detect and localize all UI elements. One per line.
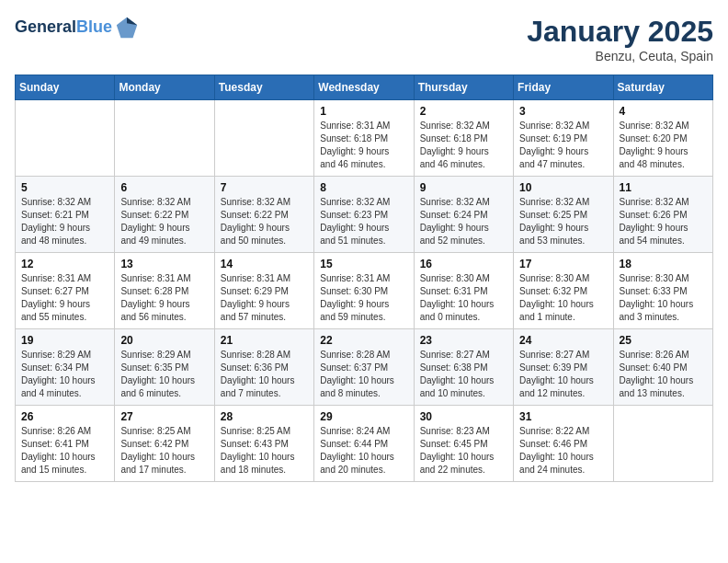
day-info: Sunrise: 8:29 AM Sunset: 6:35 PM Dayligh… [120, 349, 209, 400]
calendar-cell [115, 100, 214, 177]
day-number: 8 [320, 181, 408, 194]
day-info: Sunrise: 8:32 AM Sunset: 6:20 PM Dayligh… [620, 120, 708, 171]
calendar-cell: 19Sunrise: 8:29 AM Sunset: 6:34 PM Dayli… [16, 329, 115, 406]
day-info: Sunrise: 8:26 AM Sunset: 6:40 PM Dayligh… [620, 349, 708, 400]
calendar-cell: 23Sunrise: 8:27 AM Sunset: 6:38 PM Dayli… [414, 329, 513, 406]
week-row-2: 5Sunrise: 8:32 AM Sunset: 6:21 PM Daylig… [16, 177, 713, 253]
calendar-cell: 6Sunrise: 8:32 AM Sunset: 6:22 PM Daylig… [115, 177, 214, 253]
day-info: Sunrise: 8:31 AM Sunset: 6:29 PM Dayligh… [221, 272, 309, 324]
day-info: Sunrise: 8:31 AM Sunset: 6:30 PM Dayligh… [320, 272, 408, 324]
weekday-header-tuesday: Tuesday [214, 75, 313, 100]
calendar-cell: 15Sunrise: 8:31 AM Sunset: 6:30 PM Dayli… [314, 253, 414, 329]
day-number: 6 [120, 181, 209, 194]
calendar-cell: 27Sunrise: 8:25 AM Sunset: 6:42 PM Dayli… [115, 406, 214, 482]
month-title: January 2025 [527, 15, 713, 49]
day-info: Sunrise: 8:22 AM Sunset: 6:46 PM Dayligh… [519, 425, 608, 477]
weekday-header-monday: Monday [115, 75, 214, 100]
day-number: 25 [620, 334, 708, 347]
calendar-cell: 30Sunrise: 8:23 AM Sunset: 6:45 PM Dayli… [414, 406, 513, 482]
day-number: 16 [420, 258, 508, 270]
day-info: Sunrise: 8:32 AM Sunset: 6:22 PM Dayligh… [120, 196, 209, 247]
day-number: 1 [320, 105, 408, 118]
day-info: Sunrise: 8:28 AM Sunset: 6:37 PM Dayligh… [320, 349, 408, 400]
day-info: Sunrise: 8:26 AM Sunset: 6:41 PM Dayligh… [21, 425, 109, 477]
week-row-1: 1Sunrise: 8:31 AM Sunset: 6:18 PM Daylig… [16, 100, 713, 177]
day-number: 26 [21, 410, 109, 423]
title-block: January 2025 Benzu, Ceuta, Spain [527, 15, 713, 63]
page-header: GeneralBlue January 2025 Benzu, Ceuta, S… [15, 15, 713, 63]
calendar-cell: 8Sunrise: 8:32 AM Sunset: 6:23 PM Daylig… [314, 177, 414, 253]
day-number: 30 [420, 410, 508, 423]
calendar-cell: 9Sunrise: 8:32 AM Sunset: 6:24 PM Daylig… [414, 177, 513, 253]
day-info: Sunrise: 8:30 AM Sunset: 6:31 PM Dayligh… [420, 272, 508, 324]
weekday-header-sunday: Sunday [16, 75, 115, 100]
day-number: 27 [120, 410, 209, 423]
day-number: 18 [620, 258, 708, 270]
day-info: Sunrise: 8:31 AM Sunset: 6:18 PM Dayligh… [320, 120, 408, 171]
day-info: Sunrise: 8:28 AM Sunset: 6:36 PM Dayligh… [221, 349, 309, 400]
day-number: 10 [519, 181, 608, 194]
day-number: 12 [21, 258, 109, 270]
day-number: 19 [21, 334, 109, 347]
calendar-cell: 25Sunrise: 8:26 AM Sunset: 6:40 PM Dayli… [613, 329, 712, 406]
weekday-header-row: SundayMondayTuesdayWednesdayThursdayFrid… [16, 75, 713, 100]
calendar-cell: 7Sunrise: 8:32 AM Sunset: 6:22 PM Daylig… [214, 177, 313, 253]
day-info: Sunrise: 8:31 AM Sunset: 6:27 PM Dayligh… [21, 272, 109, 324]
day-info: Sunrise: 8:23 AM Sunset: 6:45 PM Dayligh… [420, 425, 508, 477]
calendar-cell: 22Sunrise: 8:28 AM Sunset: 6:37 PM Dayli… [314, 329, 414, 406]
day-number: 20 [120, 334, 209, 347]
day-number: 2 [420, 105, 508, 118]
day-info: Sunrise: 8:25 AM Sunset: 6:42 PM Dayligh… [120, 425, 209, 477]
week-row-4: 19Sunrise: 8:29 AM Sunset: 6:34 PM Dayli… [16, 329, 713, 406]
calendar-cell: 26Sunrise: 8:26 AM Sunset: 6:41 PM Dayli… [16, 406, 115, 482]
day-info: Sunrise: 8:32 AM Sunset: 6:26 PM Dayligh… [620, 196, 708, 247]
weekday-header-saturday: Saturday [613, 75, 712, 100]
weekday-header-friday: Friday [514, 75, 613, 100]
calendar-cell [613, 406, 712, 482]
day-number: 29 [320, 410, 408, 423]
day-info: Sunrise: 8:24 AM Sunset: 6:44 PM Dayligh… [320, 425, 408, 477]
calendar-cell: 16Sunrise: 8:30 AM Sunset: 6:31 PM Dayli… [414, 253, 513, 329]
calendar-cell: 20Sunrise: 8:29 AM Sunset: 6:35 PM Dayli… [115, 329, 214, 406]
day-number: 17 [519, 258, 608, 270]
day-info: Sunrise: 8:32 AM Sunset: 6:24 PM Dayligh… [420, 196, 508, 247]
calendar-cell: 31Sunrise: 8:22 AM Sunset: 6:46 PM Dayli… [514, 406, 613, 482]
calendar-cell: 29Sunrise: 8:24 AM Sunset: 6:44 PM Dayli… [314, 406, 414, 482]
day-number: 5 [21, 181, 109, 194]
day-info: Sunrise: 8:32 AM Sunset: 6:19 PM Dayligh… [519, 120, 608, 171]
day-number: 7 [221, 181, 309, 194]
day-info: Sunrise: 8:32 AM Sunset: 6:22 PM Dayligh… [221, 196, 309, 247]
day-info: Sunrise: 8:31 AM Sunset: 6:28 PM Dayligh… [120, 272, 209, 324]
calendar-cell: 13Sunrise: 8:31 AM Sunset: 6:28 PM Dayli… [115, 253, 214, 329]
day-info: Sunrise: 8:27 AM Sunset: 6:39 PM Dayligh… [519, 349, 608, 400]
weekday-header-thursday: Thursday [414, 75, 513, 100]
calendar-cell: 3Sunrise: 8:32 AM Sunset: 6:19 PM Daylig… [514, 100, 613, 177]
calendar-cell: 4Sunrise: 8:32 AM Sunset: 6:20 PM Daylig… [613, 100, 712, 177]
day-info: Sunrise: 8:25 AM Sunset: 6:43 PM Dayligh… [221, 425, 309, 477]
calendar-cell: 1Sunrise: 8:31 AM Sunset: 6:18 PM Daylig… [314, 100, 414, 177]
day-info: Sunrise: 8:32 AM Sunset: 6:21 PM Dayligh… [21, 196, 109, 247]
day-info: Sunrise: 8:30 AM Sunset: 6:33 PM Dayligh… [620, 272, 708, 324]
day-number: 21 [221, 334, 309, 347]
day-number: 31 [519, 410, 608, 423]
day-number: 23 [420, 334, 508, 347]
calendar-cell: 5Sunrise: 8:32 AM Sunset: 6:21 PM Daylig… [16, 177, 115, 253]
logo: GeneralBlue [15, 15, 140, 40]
calendar-cell: 17Sunrise: 8:30 AM Sunset: 6:32 PM Dayli… [514, 253, 613, 329]
calendar-cell: 14Sunrise: 8:31 AM Sunset: 6:29 PM Dayli… [214, 253, 313, 329]
calendar-cell: 10Sunrise: 8:32 AM Sunset: 6:25 PM Dayli… [514, 177, 613, 253]
calendar-cell: 2Sunrise: 8:32 AM Sunset: 6:18 PM Daylig… [414, 100, 513, 177]
week-row-3: 12Sunrise: 8:31 AM Sunset: 6:27 PM Dayli… [16, 253, 713, 329]
day-number: 24 [519, 334, 608, 347]
logo-icon [114, 15, 140, 40]
logo-text: GeneralBlue [15, 18, 112, 37]
location-subtitle: Benzu, Ceuta, Spain [527, 49, 713, 63]
day-number: 15 [320, 258, 408, 270]
day-info: Sunrise: 8:27 AM Sunset: 6:38 PM Dayligh… [420, 349, 508, 400]
day-number: 14 [221, 258, 309, 270]
calendar-cell: 24Sunrise: 8:27 AM Sunset: 6:39 PM Dayli… [514, 329, 613, 406]
day-number: 22 [320, 334, 408, 347]
day-number: 9 [420, 181, 508, 194]
calendar-cell [214, 100, 313, 177]
calendar-cell: 21Sunrise: 8:28 AM Sunset: 6:36 PM Dayli… [214, 329, 313, 406]
